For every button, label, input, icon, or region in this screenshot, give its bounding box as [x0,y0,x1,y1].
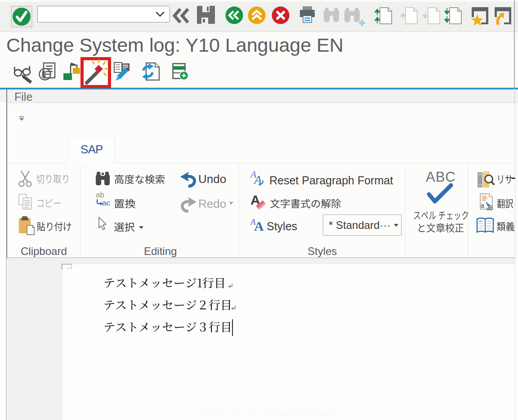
svg-text:A: A [254,219,264,233]
svg-text:a: a [481,202,484,209]
svg-text:ab: ab [96,191,104,199]
svg-text:ABC: ABC [426,169,456,185]
svg-text:ac: ac [102,199,110,207]
